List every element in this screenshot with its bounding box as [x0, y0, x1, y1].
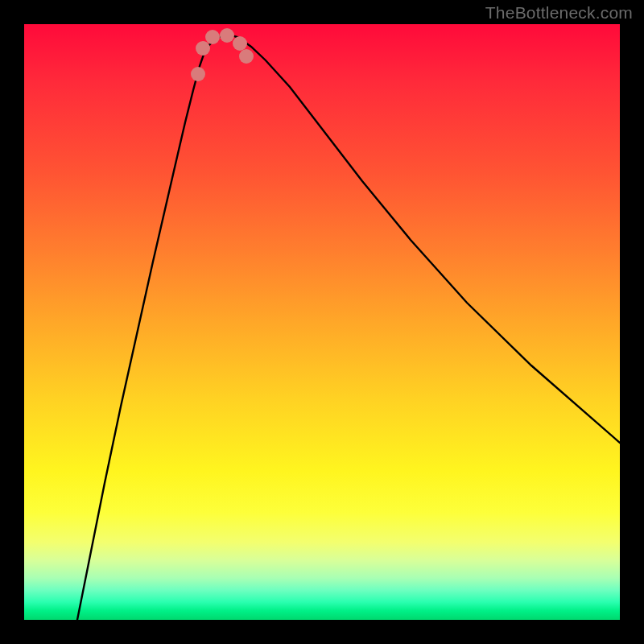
trough-marker	[220, 28, 234, 43]
watermark-text: TheBottleneck.com	[485, 3, 633, 23]
trough-marker	[191, 67, 205, 81]
curve-layer	[24, 24, 620, 620]
trough-marker	[205, 30, 220, 44]
trough-marker	[196, 41, 210, 56]
trough-marker	[239, 49, 254, 64]
trough-marker	[233, 36, 247, 51]
outer-frame: TheBottleneck.com	[0, 0, 644, 644]
trough-markers	[191, 28, 254, 81]
bottleneck-curve	[72, 34, 620, 620]
plot-area	[24, 24, 620, 620]
